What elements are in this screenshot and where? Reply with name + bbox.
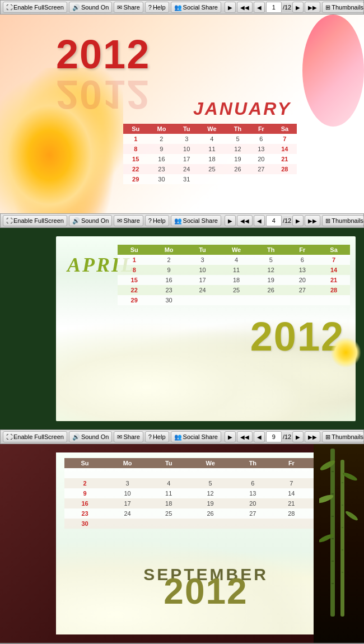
col-th-sep: Th xyxy=(233,458,273,468)
nav-first-2[interactable]: ◀◀ xyxy=(237,215,253,226)
nav-first-3[interactable]: ◀◀ xyxy=(237,431,253,442)
table-row: 3 xyxy=(105,478,150,488)
month-label-january: JANUARY xyxy=(193,99,291,119)
nav-next-3[interactable]: ▶ xyxy=(292,431,304,442)
col-su-apr: Su xyxy=(118,245,151,255)
table-row: 21 xyxy=(273,154,297,164)
sound-button-3[interactable]: 🔊 Sound On xyxy=(69,431,113,442)
nav-prev-2[interactable]: ◀ xyxy=(254,215,265,226)
table-row xyxy=(226,174,250,184)
thumbnails-button-2[interactable]: ⊞ Thumbnails xyxy=(322,215,364,226)
table-row xyxy=(287,295,318,305)
table-row: 17 xyxy=(105,498,150,508)
share-button-3[interactable]: ✉ Share xyxy=(114,431,143,442)
toolbar-2: ⛶ Enable FullScreen 🔊 Sound On ✉ Share ?… xyxy=(0,213,364,228)
table-row: 7 xyxy=(273,134,297,144)
col-header-we: We xyxy=(198,124,226,134)
table-row xyxy=(188,468,232,478)
table-row: 15 xyxy=(123,154,148,164)
toolbar-3: ⛶ Enable FullScreen 🔊 Sound On ✉ Share ?… xyxy=(0,430,364,444)
table-row: 6 xyxy=(287,255,318,265)
help-button-2[interactable]: ? Help xyxy=(145,215,169,226)
fullscreen-button-2[interactable]: ⛶ Enable FullScreen xyxy=(3,215,67,226)
social-icon-3: 👥 xyxy=(174,433,182,441)
table-row: 14 xyxy=(318,265,350,275)
calendar-table-container-april: Su Mo Tu We Th Fr Sa 1234567891011121314… xyxy=(118,245,350,305)
table-row: 2 xyxy=(151,255,186,265)
table-row: 13 xyxy=(233,488,273,498)
nav-prev-1[interactable]: ◀ xyxy=(254,2,265,13)
page-input-3[interactable]: 9 xyxy=(266,431,282,442)
social-button-1[interactable]: 👥 Social Share xyxy=(171,2,221,13)
thumbnails-icon-2: ⊞ xyxy=(325,217,330,225)
nav-play-1[interactable]: ▶ xyxy=(225,2,236,13)
table-row xyxy=(188,519,232,529)
col-fr-sep: Fr xyxy=(273,458,310,468)
calendar-table-container-january: Su Mo Tu We Th Fr Sa 1234567891011121314… xyxy=(123,124,297,184)
table-row: 16 xyxy=(148,154,175,164)
table-row: 7 xyxy=(273,478,310,488)
page-input-1[interactable]: 1 xyxy=(266,2,282,13)
panel2-side-decoration xyxy=(322,334,364,402)
nav-play-3[interactable]: ▶ xyxy=(225,431,236,442)
table-row: 19 xyxy=(188,498,232,508)
table-row: 17 xyxy=(175,154,198,164)
col-fr-apr: Fr xyxy=(287,245,318,255)
thumbnails-button-3[interactable]: ⊞ Thumbnails xyxy=(322,431,364,442)
table-row xyxy=(150,519,188,529)
table-row: 14 xyxy=(273,488,310,498)
help-button-3[interactable]: ? Help xyxy=(145,431,169,442)
fullscreen-button-1[interactable]: ⛶ Enable FullScreen xyxy=(3,2,67,13)
table-row: 11 xyxy=(198,144,226,154)
table-row: 16 xyxy=(151,275,186,285)
help-button-1[interactable]: ? Help xyxy=(145,2,169,13)
table-row xyxy=(273,468,310,478)
svg-rect-12 xyxy=(342,572,343,573)
share-button-1[interactable]: ✉ Share xyxy=(114,2,143,13)
table-row: 12 xyxy=(255,265,287,275)
fullscreen-button-3[interactable]: ⛶ Enable FullScreen xyxy=(3,431,67,442)
table-row: 3 xyxy=(187,255,218,265)
svg-rect-6 xyxy=(332,583,334,584)
nav-last-2[interactable]: ▶▶ xyxy=(305,215,320,226)
col-su-sep: Su xyxy=(64,458,105,468)
svg-rect-5 xyxy=(332,561,334,562)
table-row: 10 xyxy=(105,488,150,498)
table-row: 24 xyxy=(105,508,150,519)
social-button-2[interactable]: 👥 Social Share xyxy=(171,215,221,226)
table-row: 11 xyxy=(150,488,188,498)
sound-button-2[interactable]: 🔊 Sound On xyxy=(69,215,113,226)
col-mo-sep: Mo xyxy=(105,458,150,468)
table-row: 19 xyxy=(255,275,287,285)
table-row: 20 xyxy=(250,154,273,164)
help-icon-3: ? xyxy=(148,433,152,440)
social-icon: 👥 xyxy=(174,4,182,11)
share-icon: ✉ xyxy=(117,4,122,11)
nav-prev-3[interactable]: ◀ xyxy=(254,431,265,442)
table-row: 6 xyxy=(250,134,273,144)
table-row: 21 xyxy=(273,498,310,508)
nav-next-2[interactable]: ▶ xyxy=(292,215,304,226)
svg-point-16 xyxy=(344,510,358,521)
calendar-panel-january: 2012 2012 JANUARY Su Mo Tu We Th Fr Sa 1… xyxy=(0,15,364,213)
table-row: 28 xyxy=(318,285,350,295)
page-input-2[interactable]: 4 xyxy=(266,215,282,226)
table-row: 26 xyxy=(255,285,287,295)
table-row: 25 xyxy=(218,285,254,295)
sound-button-1[interactable]: 🔊 Sound On xyxy=(69,2,113,13)
table-row: 13 xyxy=(250,144,273,154)
share-button-2[interactable]: ✉ Share xyxy=(114,215,143,226)
page-total-2: /12 xyxy=(283,217,291,224)
nav-first-1[interactable]: ◀◀ xyxy=(237,2,253,13)
social-button-3[interactable]: 👥 Social Share xyxy=(171,431,221,442)
nav-last-1[interactable]: ▶▶ xyxy=(305,2,320,13)
nav-play-2[interactable]: ▶ xyxy=(225,215,236,226)
col-header-su: Su xyxy=(123,124,148,134)
nav-last-3[interactable]: ▶▶ xyxy=(305,431,320,442)
nav-next-1[interactable]: ▶ xyxy=(292,2,304,13)
table-row: 13 xyxy=(287,265,318,275)
thumbnails-button-1[interactable]: ⊞ Thumbnails xyxy=(322,2,364,13)
table-row xyxy=(218,295,254,305)
table-row xyxy=(233,519,273,529)
thumbnails-icon: ⊞ xyxy=(325,4,330,11)
